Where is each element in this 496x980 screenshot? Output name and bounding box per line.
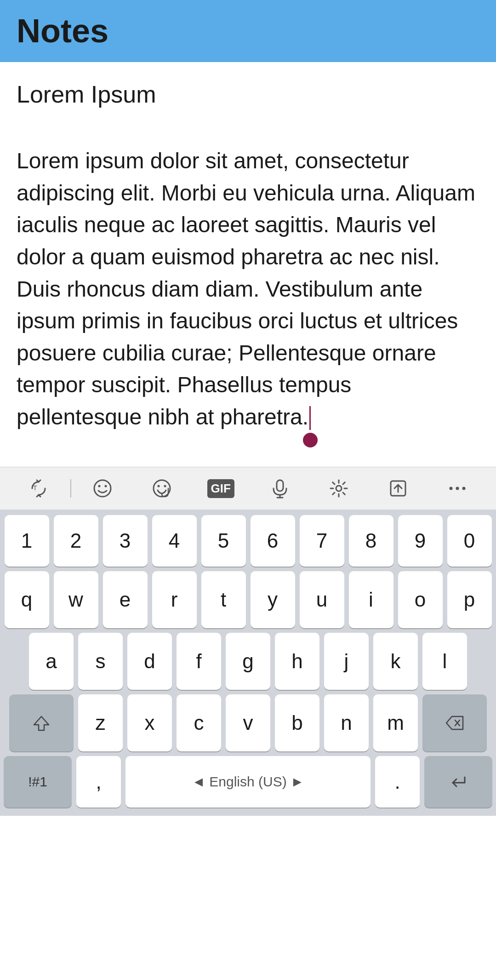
svg-point-1 xyxy=(94,480,111,497)
sticker-icon xyxy=(152,478,172,499)
app-header: Notes xyxy=(0,0,496,62)
svg-point-12 xyxy=(449,487,452,490)
key-p[interactable]: p xyxy=(447,571,492,628)
more-button[interactable] xyxy=(428,474,487,503)
microphone-icon xyxy=(270,478,290,499)
svg-point-3 xyxy=(104,485,107,487)
svg-point-14 xyxy=(462,487,465,490)
translate-icon: T xyxy=(29,478,49,499)
note-body[interactable]: Lorem ipsum dolor sit amet, consectetur … xyxy=(17,145,479,467)
more-icon xyxy=(447,478,467,499)
qwerty-row: q w e r t y u i o p xyxy=(4,571,492,628)
key-8[interactable]: 8 xyxy=(349,515,393,567)
period-key[interactable]: . xyxy=(375,756,420,808)
svg-point-5 xyxy=(157,485,160,487)
app-title: Notes xyxy=(17,13,108,49)
svg-point-2 xyxy=(98,485,100,487)
gif-label: GIF xyxy=(207,479,234,498)
cursor-handle xyxy=(303,433,318,447)
key-u[interactable]: u xyxy=(300,571,344,628)
comma-key[interactable]: , xyxy=(76,756,121,808)
upload-button[interactable] xyxy=(369,474,428,503)
key-o[interactable]: o xyxy=(398,571,443,628)
key-k[interactable]: k xyxy=(373,633,418,690)
key-w[interactable]: w xyxy=(54,571,98,628)
key-e[interactable]: e xyxy=(103,571,148,628)
emoji-button[interactable] xyxy=(73,474,132,503)
key-9[interactable]: 9 xyxy=(398,515,443,567)
key-3[interactable]: 3 xyxy=(103,515,148,567)
enter-key[interactable] xyxy=(424,756,492,808)
svg-rect-7 xyxy=(277,480,283,491)
microphone-button[interactable] xyxy=(251,474,310,503)
number-row: 1 2 3 4 5 6 7 8 9 0 xyxy=(4,515,492,567)
key-i[interactable]: i xyxy=(349,571,393,628)
key-v[interactable]: v xyxy=(226,694,270,751)
key-5[interactable]: 5 xyxy=(201,515,246,567)
symbols-key[interactable]: !#1 xyxy=(4,756,72,808)
key-7[interactable]: 7 xyxy=(300,515,344,567)
svg-point-13 xyxy=(456,487,459,490)
key-1[interactable]: 1 xyxy=(5,515,49,567)
key-n[interactable]: n xyxy=(324,694,369,751)
shift-icon xyxy=(32,714,51,732)
shift-key[interactable] xyxy=(9,694,74,751)
svg-point-6 xyxy=(164,485,166,487)
sticker-button[interactable] xyxy=(132,474,191,503)
keyboard-toolbar: T GIF xyxy=(0,467,496,510)
emoji-icon xyxy=(92,478,113,499)
key-r[interactable]: r xyxy=(152,571,197,628)
bottom-row: !#1 , ◄ English (US) ► . xyxy=(4,756,492,808)
key-b[interactable]: b xyxy=(275,694,319,751)
backspace-key[interactable] xyxy=(422,694,487,751)
space-key[interactable]: ◄ English (US) ► xyxy=(125,756,371,808)
gif-button[interactable]: GIF xyxy=(191,474,251,503)
zxcv-row: z x c v b n m xyxy=(4,694,492,751)
upload-icon xyxy=(388,478,408,499)
key-m[interactable]: m xyxy=(373,694,418,751)
enter-icon xyxy=(448,772,468,792)
key-f[interactable]: f xyxy=(177,633,221,690)
translate-button[interactable]: T xyxy=(9,474,68,503)
key-g[interactable]: g xyxy=(226,633,270,690)
note-paragraph-1: Lorem ipsum dolor sit amet, consectetur … xyxy=(17,149,475,429)
key-t[interactable]: t xyxy=(201,571,246,628)
key-d[interactable]: d xyxy=(127,633,172,690)
key-l[interactable]: l xyxy=(422,633,467,690)
backspace-icon xyxy=(445,713,465,733)
toolbar-divider xyxy=(70,479,71,498)
note-title: Lorem Ipsum xyxy=(17,80,479,108)
key-2[interactable]: 2 xyxy=(54,515,98,567)
key-q[interactable]: q xyxy=(5,571,49,628)
key-y[interactable]: y xyxy=(251,571,295,628)
svg-point-10 xyxy=(336,486,342,491)
note-content-area[interactable]: Lorem Ipsum Lorem ipsum dolor sit amet, … xyxy=(0,62,496,467)
settings-button[interactable] xyxy=(309,474,369,503)
gear-icon xyxy=(329,478,349,499)
key-z[interactable]: z xyxy=(78,694,123,751)
key-4[interactable]: 4 xyxy=(152,515,197,567)
keyboard: 1 2 3 4 5 6 7 8 9 0 q w e r t y u i o p … xyxy=(0,510,496,816)
asdf-row: a s d f g h j k l xyxy=(4,633,492,690)
key-a[interactable]: a xyxy=(29,633,74,690)
key-j[interactable]: j xyxy=(324,633,369,690)
key-0[interactable]: 0 xyxy=(447,515,492,567)
key-6[interactable]: 6 xyxy=(251,515,295,567)
key-x[interactable]: x xyxy=(127,694,172,751)
text-cursor xyxy=(309,406,311,430)
key-s[interactable]: s xyxy=(78,633,123,690)
key-c[interactable]: c xyxy=(177,694,221,751)
svg-text:T: T xyxy=(33,484,37,492)
key-h[interactable]: h xyxy=(275,633,319,690)
